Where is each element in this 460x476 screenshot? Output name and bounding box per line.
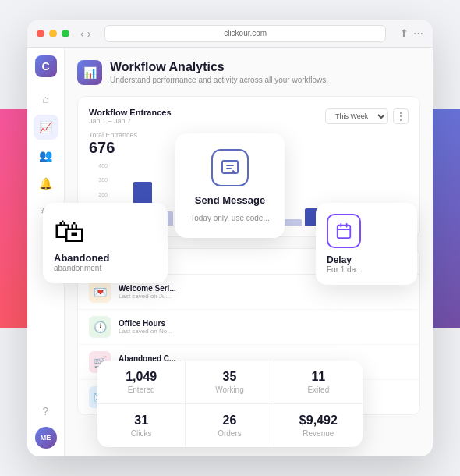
- sidebar-item-notifications[interactable]: 🔔: [34, 171, 58, 196]
- browser-maximize-button[interactable]: [62, 30, 69, 37]
- delay-card-title: Delay: [327, 254, 406, 265]
- delay-card-description: For 1 da...: [327, 265, 406, 274]
- chart-header: Workflow Entrances Jan 1 – Jan 7 This We…: [89, 108, 409, 125]
- chart-title-area: Workflow Entrances Jan 1 – Jan 7: [89, 108, 172, 125]
- workflow-item-office[interactable]: 🕐 Office Hours Last saved on No...: [78, 310, 419, 345]
- page-subtitle: Understand performance and activity acro…: [110, 76, 328, 84]
- stats-grid-container: 1,049 Entered 35 Working 11 Exited 31 Cl…: [97, 361, 363, 447]
- workflow-date-welcome: Last saved on Ju...: [119, 293, 409, 300]
- stat-working-value: 35: [198, 370, 260, 384]
- share-icon[interactable]: ⬆: [400, 27, 409, 39]
- browser-window: ‹ › clickour.com ⬆ ⋯ C ⌂ 📈 👥 🔔 ⚙ ? ME: [27, 20, 433, 456]
- workflow-date-office: Last saved on No...: [119, 328, 409, 335]
- stats-grid: 1,049 Entered 35 Working 11 Exited 31 Cl…: [97, 361, 363, 447]
- page-header: 📊 Workflow Analytics Understand performa…: [77, 60, 420, 85]
- stat-entered-value: 1,049: [110, 370, 172, 384]
- svg-rect-1: [338, 226, 351, 239]
- back-button[interactable]: ‹: [80, 27, 84, 40]
- send-message-description: Today only, use code...: [190, 214, 270, 222]
- page-icon: 📊: [77, 60, 102, 85]
- sidebar-logo[interactable]: C: [35, 55, 57, 77]
- period-dropdown[interactable]: This Week: [325, 108, 388, 124]
- workflow-name-welcome: Welcome Seri...: [119, 284, 409, 293]
- stat-clicks: 31 Clicks: [97, 404, 186, 447]
- sidebar-item-users[interactable]: 👥: [34, 143, 58, 168]
- chart-subtitle: Jan 1 – Jan 7: [89, 117, 172, 125]
- abandoned-card-subtitle: abandonment: [54, 264, 157, 272]
- stat-working-label: Working: [198, 385, 260, 394]
- analytics-icon: 📊: [83, 66, 97, 79]
- stat-working: 35 Working: [186, 361, 274, 404]
- send-message-icon: [211, 149, 249, 186]
- user-avatar[interactable]: ME: [35, 427, 57, 449]
- sidebar-item-analytics[interactable]: 📈: [34, 115, 58, 140]
- send-message-card[interactable]: Send Message Today only, use code...: [175, 133, 285, 238]
- abandoned-card[interactable]: 🛍 Abandoned abandonment: [43, 203, 168, 283]
- stat-revenue: $9,492 Revenue: [274, 404, 363, 447]
- delay-icon: [327, 214, 361, 248]
- forward-button[interactable]: ›: [87, 27, 91, 40]
- stat-orders-label: Orders: [198, 429, 260, 438]
- address-bar[interactable]: clickour.com: [104, 25, 386, 42]
- stat-orders: 26 Orders: [186, 404, 274, 447]
- browser-chrome: ‹ › clickour.com ⬆ ⋯: [27, 20, 433, 48]
- stat-orders-value: 26: [198, 414, 260, 428]
- browser-nav: ‹ ›: [80, 27, 90, 40]
- sidebar-item-home[interactable]: ⌂: [34, 87, 58, 112]
- chart-title: Workflow Entrances: [89, 108, 172, 117]
- sidebar-item-help[interactable]: ?: [34, 399, 58, 424]
- stat-clicks-label: Clicks: [110, 429, 172, 438]
- browser-actions: ⬆ ⋯: [400, 27, 423, 39]
- abandoned-card-title: Abandoned: [54, 252, 157, 264]
- delay-card[interactable]: Delay For 1 da...: [316, 203, 417, 285]
- browser-close-button[interactable]: [37, 30, 44, 37]
- chart-controls: This Week ⋮: [325, 108, 409, 124]
- abandoned-bag-icon: 🛍: [54, 214, 157, 249]
- stat-revenue-value: $9,492: [287, 414, 350, 428]
- stat-entered: 1,049 Entered: [97, 361, 186, 404]
- stat-revenue-label: Revenue: [287, 429, 350, 438]
- page-title: Workflow Analytics: [110, 60, 328, 74]
- chart-menu-button[interactable]: ⋮: [393, 108, 409, 124]
- workflow-icon-office: 🕐: [89, 316, 111, 338]
- stat-exited-label: Exited: [287, 385, 350, 394]
- send-message-title: Send Message: [195, 194, 265, 206]
- more-icon[interactable]: ⋯: [413, 27, 423, 39]
- stat-exited: 11 Exited: [274, 361, 363, 404]
- workflow-icon-welcome: 💌: [89, 281, 111, 303]
- stat-exited-value: 11: [287, 370, 350, 384]
- svg-rect-0: [222, 161, 238, 173]
- bar-9: [283, 219, 301, 226]
- browser-minimize-button[interactable]: [49, 30, 57, 37]
- page-header-text: Workflow Analytics Understand performanc…: [110, 60, 328, 84]
- workflow-name-office: Office Hours: [119, 319, 409, 328]
- stat-entered-label: Entered: [110, 385, 172, 394]
- stat-clicks-value: 31: [110, 414, 172, 428]
